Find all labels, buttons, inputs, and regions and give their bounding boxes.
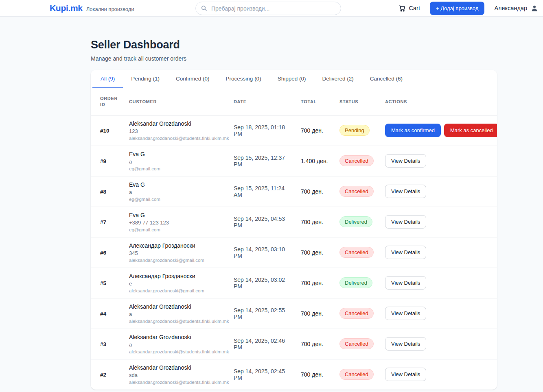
view-details-button[interactable]: View Details: [385, 185, 426, 198]
logo-link[interactable]: Kupi.mk: [50, 3, 83, 13]
status-cell: Cancelled: [339, 237, 385, 268]
view-details-button[interactable]: View Details: [385, 368, 426, 381]
order-id: #8: [100, 189, 106, 195]
search-input[interactable]: [195, 2, 341, 15]
actions-group: View Details: [385, 368, 497, 381]
tab-delivered[interactable]: Delivered (2): [314, 70, 361, 88]
orders-card: All (9)Pending (1)Confirmed (0)Processin…: [91, 70, 497, 390]
actions-cell: View Details: [385, 207, 497, 237]
add-product-button[interactable]: + Додај производ: [430, 2, 484, 15]
table-row: #4Aleksandar Grozdanoskiaaleksandar.groz…: [91, 298, 497, 329]
tab-cancelled[interactable]: Cancelled (6): [362, 70, 411, 88]
table-row: #5Александар Грозданоскиealeksandar.groz…: [91, 268, 497, 298]
order-total: 700 ден.: [301, 298, 339, 329]
table-row: #2Aleksandar Grozdanoskisdaaleksandar.gr…: [91, 359, 497, 390]
order-total: 700 ден.: [301, 329, 339, 359]
status-cell: Cancelled: [339, 329, 385, 359]
customer-email: aleksandar.grozdanoski@students.finki.uk…: [129, 318, 227, 324]
customer-cell: Eva G+389 77 123 123eg@gmail.com: [129, 207, 234, 237]
orders-table-wrap: Order ID Customer Date Total Status Acti…: [91, 88, 497, 390]
customer-info: 345: [129, 250, 227, 257]
order-total: 700 ден.: [301, 176, 339, 207]
order-date: Sep 15, 2025, 12:37 PM: [234, 146, 301, 176]
customer-email: aleksandar.grozdanoski@gmail.com: [129, 287, 227, 294]
order-date: Sep 18, 2025, 01:18 PM: [234, 115, 301, 146]
customer-email: aleksandar.grozdanoski@students.finki.uk…: [129, 135, 227, 142]
mark-as-confirmed-button[interactable]: Mark as confirmed: [385, 124, 441, 137]
table-row: #6Александар Грозданоски345aleksandar.gr…: [91, 237, 497, 268]
main-content: Seller Dashboard Manage and track all cu…: [91, 39, 497, 390]
view-details-button[interactable]: View Details: [385, 154, 426, 168]
mark-as-cancelled-button[interactable]: Mark as cancelled: [444, 124, 497, 137]
status-cell: Cancelled: [339, 298, 385, 329]
actions-cell: View Details: [385, 176, 497, 207]
status-badge: Delivered: [339, 216, 372, 227]
top-nav: Kupi.mk Локални производи Cart + Додај п…: [0, 0, 543, 17]
actions-group: View Details: [385, 185, 497, 198]
order-id-cell: #7: [91, 207, 129, 237]
table-row: #7Eva G+389 77 123 123eg@gmail.comSep 14…: [91, 207, 497, 237]
search-box: [195, 2, 341, 15]
user-icon: [531, 4, 538, 12]
view-details-button[interactable]: View Details: [385, 246, 426, 259]
col-customer: Customer: [129, 88, 234, 115]
col-order-id: Order ID: [91, 88, 129, 115]
user-menu[interactable]: Александар: [494, 4, 538, 12]
nav-right-group: Cart + Додај производ Александар: [398, 0, 538, 16]
order-date: Sep 14, 2025, 02:46 PM: [234, 329, 301, 359]
status-cell: Delivered: [339, 268, 385, 298]
view-details-button[interactable]: View Details: [385, 215, 426, 229]
col-date: Date: [234, 88, 301, 115]
status-badge: Cancelled: [339, 338, 374, 349]
customer-cell: Eva Gaeg@gmail.com: [129, 176, 234, 207]
order-id: #10: [100, 128, 109, 134]
user-name: Александар: [494, 5, 527, 11]
status-badge: Cancelled: [339, 186, 374, 197]
brand-tagline: Локални производи: [86, 6, 134, 12]
customer-cell: Eva Gaeg@gmail.com: [129, 146, 234, 176]
tab-shipped[interactable]: Shipped (0): [269, 70, 314, 88]
customer-name: Aleksandar Grozdanoski: [129, 303, 227, 311]
customer-info: a: [129, 158, 227, 166]
status-tabs: All (9)Pending (1)Confirmed (0)Processin…: [91, 70, 497, 88]
customer-name: Aleksandar Grozdanoski: [129, 333, 227, 341]
view-details-button[interactable]: View Details: [385, 337, 426, 351]
order-date: Sep 14, 2025, 02:55 PM: [234, 298, 301, 329]
customer-email: aleksandar.grozdanoski@students.finki.uk…: [129, 379, 227, 385]
page-subtitle: Manage and track all customer orders: [91, 55, 497, 62]
customer-cell: Александар Грозданоскиealeksandar.grozda…: [129, 268, 234, 298]
actions-cell: View Details: [385, 268, 497, 298]
tab-pending[interactable]: Pending (1): [123, 70, 168, 88]
actions-group: View Details: [385, 276, 497, 290]
order-date: Sep 15, 2025, 11:24 AM: [234, 176, 301, 207]
order-id: #7: [100, 219, 106, 225]
page-title: Seller Dashboard: [91, 39, 497, 51]
order-total: 1.400 ден.: [301, 146, 339, 176]
order-id: #9: [100, 158, 106, 164]
status-badge: Delivered: [339, 277, 372, 288]
tab-all[interactable]: All (9): [92, 70, 123, 88]
table-row: #9Eva Gaeg@gmail.comSep 15, 2025, 12:37 …: [91, 146, 497, 176]
status-cell: Cancelled: [339, 359, 385, 390]
order-total: 700 ден.: [301, 359, 339, 390]
status-cell: Cancelled: [339, 146, 385, 176]
cart-button[interactable]: Cart: [398, 4, 420, 12]
status-badge: Pending: [339, 125, 370, 136]
customer-cell: Aleksandar Grozdanoskisdaaleksandar.groz…: [129, 359, 234, 390]
view-details-button[interactable]: View Details: [385, 307, 426, 320]
order-id-cell: #8: [91, 176, 129, 207]
cart-icon: [398, 4, 406, 12]
customer-name: Eva G: [129, 211, 227, 219]
actions-cell: View Details: [385, 329, 497, 359]
tab-confirmed[interactable]: Confirmed (0): [168, 70, 218, 88]
view-details-button[interactable]: View Details: [385, 276, 426, 290]
actions-cell: Mark as confirmedMark as cancelledView D…: [385, 115, 497, 146]
status-cell: Pending: [339, 115, 385, 146]
customer-name: Eva G: [129, 150, 227, 158]
table-row: #10Aleksandar Grozdanoski123aleksandar.g…: [91, 115, 497, 146]
order-id: #6: [100, 250, 106, 256]
tab-processing[interactable]: Processing (0): [218, 70, 269, 88]
order-date: Sep 14, 2025, 02:45 PM: [234, 359, 301, 390]
customer-email: aleksandar.grozdanoski@gmail.com: [129, 257, 227, 264]
customer-info: 123: [129, 128, 227, 135]
